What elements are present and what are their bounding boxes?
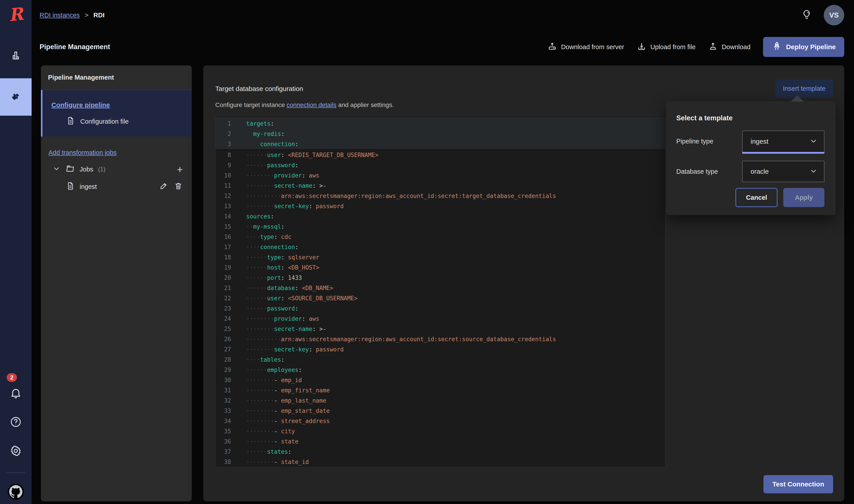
deploy-pipeline-button[interactable]: Deploy Pipeline — [763, 37, 844, 57]
insert-template-button[interactable]: Insert template — [775, 79, 833, 98]
line-number: 31 — [216, 387, 238, 394]
delete-trash-icon[interactable] — [174, 181, 183, 192]
connection-details-link[interactable]: connection details — [287, 102, 337, 108]
editor-line[interactable]: 35········- city — [216, 426, 665, 436]
jobs-folder-row[interactable]: Jobs (1) + — [41, 156, 192, 175]
pipeline-type-select[interactable]: ingest — [742, 130, 824, 152]
configuration-file-item[interactable]: Configuration file — [66, 116, 192, 127]
panel-heading: Target database configuration — [215, 85, 832, 92]
editor-line[interactable]: 30········- emp_id — [216, 375, 665, 385]
line-number: 12 — [216, 193, 238, 199]
editor-line[interactable]: 27········secret-key: password — [216, 344, 665, 355]
yaml-code-editor[interactable]: 1targets:2 my-redis:3 connection: 8·····… — [215, 118, 666, 467]
settings-button[interactable] — [0, 437, 32, 466]
folder-icon — [66, 164, 75, 175]
lightbulb-icon[interactable] — [801, 9, 812, 21]
editor-line[interactable]: 26··········arn:aws:secretsmanager:regio… — [216, 334, 665, 344]
help-icon — [10, 416, 22, 429]
upload-from-file-button[interactable]: Upload from file — [637, 41, 696, 53]
editor-line[interactable]: 1targets: — [216, 119, 665, 129]
editor-line[interactable]: 20······port: 1433 — [216, 273, 665, 283]
editor-line[interactable]: 25········secret-name: >- — [216, 324, 665, 334]
pipeline-sidebar: Pipeline Management Configure pipeline C… — [41, 66, 192, 501]
editor-line[interactable]: 36········- state — [216, 436, 665, 447]
page-title: Pipeline Management — [40, 43, 110, 51]
download-from-server-icon — [547, 41, 557, 53]
line-number: 30 — [216, 377, 238, 383]
line-number: 18 — [216, 254, 238, 261]
upload-from-file-icon — [637, 41, 647, 53]
editor-line[interactable]: 37······states: — [216, 447, 665, 457]
redis-logo[interactable]: R — [8, 5, 24, 24]
popup-caret — [791, 95, 804, 102]
line-number: 32 — [216, 397, 238, 404]
editor-line[interactable]: 34········- street_address — [216, 416, 665, 426]
sidebar-item-pipeline-active[interactable] — [0, 78, 32, 116]
editor-line[interactable]: 2 my-redis: — [216, 129, 665, 139]
test-connection-button[interactable]: Test Connection — [763, 475, 833, 493]
sidebar-item-databases[interactable] — [0, 41, 32, 70]
cancel-button[interactable]: Cancel — [735, 188, 778, 207]
line-number: 19 — [216, 264, 238, 271]
breadcrumb-link-rdi-instances[interactable]: RDI instances — [40, 12, 80, 19]
github-link[interactable] — [0, 480, 32, 504]
chevron-down-icon[interactable] — [53, 165, 60, 174]
editor-line[interactable]: 29······employees: — [216, 365, 665, 375]
bell-icon — [10, 387, 22, 400]
editor-line[interactable]: 9······password: — [216, 160, 665, 170]
editor-lines[interactable]: 8······user: <REDIS_TARGET_DB_USERNAME>9… — [216, 150, 665, 467]
editor-line[interactable]: 13········secret-key: password — [216, 201, 665, 211]
editor-line[interactable]: 31········- emp_first_name — [216, 385, 665, 395]
editor-line[interactable]: 38········- state_id — [216, 457, 665, 467]
rocket-icon — [771, 41, 782, 53]
line-number: 16 — [216, 234, 238, 240]
editor-line[interactable]: 18······type: sqlserver — [216, 252, 665, 263]
editor-line[interactable]: 19······host: <DB_HOST> — [216, 263, 665, 273]
editor-line[interactable]: 11········secret-name: >- — [216, 181, 665, 191]
line-number: 37 — [216, 448, 238, 455]
editor-line[interactable]: 12··········arn:aws:secretsmanager:regio… — [216, 191, 665, 201]
line-number: 15 — [216, 223, 238, 230]
editor-sticky-context: 1targets:2 my-redis:3 connection: — [216, 119, 665, 150]
notifications-button[interactable]: 2 — [0, 379, 32, 408]
editor-line[interactable]: 32········- emp_last_name — [216, 395, 665, 406]
editor-line[interactable]: 8······user: <REDIS_TARGET_DB_USERNAME> — [216, 150, 665, 160]
line-number: 33 — [216, 408, 238, 414]
database-type-select[interactable]: oracle — [742, 161, 824, 182]
editor-line[interactable]: 10········provider: aws — [216, 170, 665, 181]
download-from-server-button[interactable]: Download from server — [547, 41, 624, 53]
editor-line[interactable]: 17····connection: — [216, 242, 665, 252]
configure-pipeline-link[interactable]: Configure pipeline — [51, 101, 110, 109]
editor-line[interactable]: 15··my-mssql: — [216, 221, 665, 232]
add-job-icon[interactable]: + — [177, 164, 183, 175]
add-transformation-jobs-link[interactable]: Add transformation jobs — [49, 149, 116, 156]
editor-line[interactable]: 24········provider: aws — [216, 313, 665, 324]
line-number: 35 — [216, 428, 238, 435]
editor-line[interactable]: 21······database: <DB_NAME> — [216, 283, 665, 293]
line-number: 13 — [216, 203, 238, 210]
document-icon — [66, 116, 75, 127]
editor-line[interactable]: 23······password: — [216, 303, 665, 313]
help-button[interactable] — [0, 408, 32, 437]
pipeline-transfer-icon — [10, 90, 22, 104]
line-number: 8 — [216, 152, 238, 158]
editor-line[interactable]: 33········- emp_start_date — [216, 406, 665, 416]
configure-pipeline-section[interactable]: Configure pipeline Configuration file — [41, 90, 192, 137]
user-avatar[interactable]: VS — [824, 5, 844, 25]
editor-line[interactable]: 22······user: <SOURCE_DB_USERNAME> — [216, 293, 665, 303]
rail-divider — [6, 472, 25, 473]
line-number: 11 — [216, 182, 238, 189]
editor-line[interactable]: 16····type: cdc — [216, 232, 665, 242]
editor-line[interactable]: 14sources: — [216, 211, 665, 221]
download-button[interactable]: Download — [708, 41, 750, 53]
edit-pencil-icon[interactable] — [159, 181, 168, 192]
editor-line[interactable]: 28····tables: — [216, 355, 665, 365]
line-number: 38 — [216, 458, 238, 465]
apply-button[interactable]: Apply — [783, 188, 824, 207]
notification-badge: 2 — [7, 373, 17, 382]
line-number: 29 — [216, 366, 238, 373]
editor-line[interactable]: 3 connection: — [216, 139, 665, 149]
gear-icon — [10, 445, 22, 458]
action-label: Download — [722, 43, 750, 51]
job-item-ingest[interactable]: ingest — [41, 175, 192, 192]
